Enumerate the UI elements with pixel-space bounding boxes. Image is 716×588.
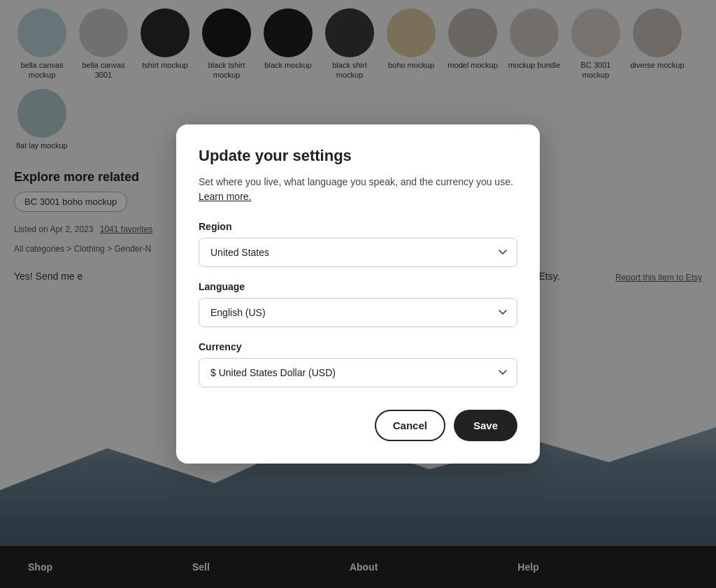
modal-actions: Cancel Save (199, 410, 517, 441)
modal-description: Set where you live, what language you sp… (199, 175, 517, 204)
currency-field-group: Currency $ United States Dollar (USD) £ … (199, 341, 517, 387)
region-select[interactable]: United States United Kingdom Canada Aust… (199, 238, 517, 267)
language-label: Language (199, 281, 517, 292)
currency-select[interactable]: $ United States Dollar (USD) £ British P… (199, 358, 517, 387)
learn-more-link[interactable]: Learn more. (199, 191, 251, 202)
modal-overlay[interactable]: Update your settings Set where you live,… (0, 0, 716, 588)
language-field-group: Language English (US) English (UK) Españ… (199, 281, 517, 327)
language-select[interactable]: English (US) English (UK) Español França… (199, 298, 517, 327)
cancel-button[interactable]: Cancel (375, 410, 445, 441)
save-button[interactable]: Save (454, 410, 517, 441)
settings-modal: Update your settings Set where you live,… (176, 124, 540, 464)
modal-title: Update your settings (199, 147, 517, 165)
region-field-group: Region United States United Kingdom Cana… (199, 221, 517, 267)
currency-label: Currency (199, 341, 517, 352)
region-label: Region (199, 221, 517, 232)
